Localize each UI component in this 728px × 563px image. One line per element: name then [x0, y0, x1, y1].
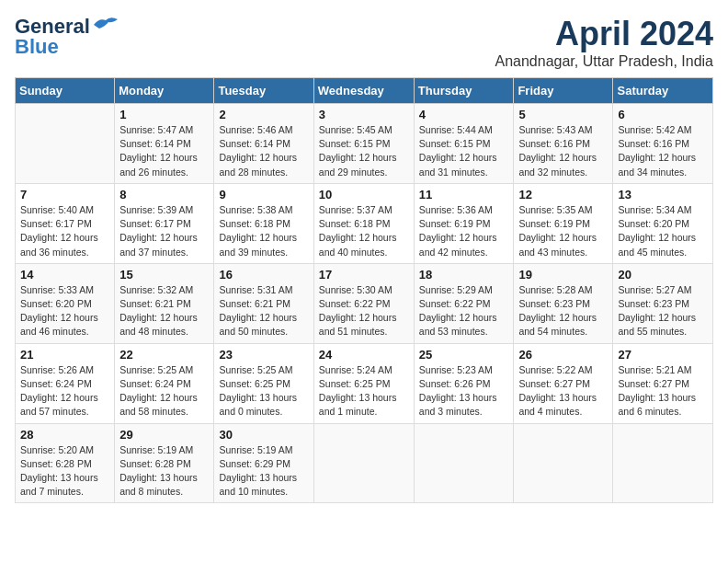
calendar-header-row: SundayMondayTuesdayWednesdayThursdayFrid… — [16, 78, 713, 104]
calendar-cell: 23Sunrise: 5:25 AM Sunset: 6:25 PM Dayli… — [214, 343, 313, 423]
calendar-week-4: 21Sunrise: 5:26 AM Sunset: 6:24 PM Dayli… — [16, 343, 713, 423]
calendar-week-5: 28Sunrise: 5:20 AM Sunset: 6:28 PM Dayli… — [16, 423, 713, 503]
calendar-cell: 24Sunrise: 5:24 AM Sunset: 6:25 PM Dayli… — [313, 343, 414, 423]
day-info: Sunrise: 5:45 AM Sunset: 6:15 PM Dayligh… — [319, 123, 409, 179]
day-info: Sunrise: 5:20 AM Sunset: 6:28 PM Dayligh… — [20, 443, 109, 500]
calendar-cell — [613, 423, 713, 503]
day-number: 17 — [319, 268, 409, 282]
page-header: General Blue April 2024 Anandnagar, Utta… — [15, 15, 713, 70]
calendar-cell: 25Sunrise: 5:23 AM Sunset: 6:26 PM Dayli… — [414, 343, 514, 423]
day-number: 2 — [219, 108, 308, 121]
calendar-cell: 14Sunrise: 5:33 AM Sunset: 6:20 PM Dayli… — [16, 263, 115, 343]
day-number: 13 — [618, 188, 708, 201]
calendar-cell — [414, 423, 514, 503]
day-info: Sunrise: 5:35 AM Sunset: 6:19 PM Dayligh… — [518, 203, 608, 259]
weekday-header-saturday: Saturday — [613, 78, 713, 104]
day-number: 6 — [618, 108, 708, 121]
day-info: Sunrise: 5:36 AM Sunset: 6:19 PM Dayligh… — [419, 203, 509, 259]
calendar-cell: 17Sunrise: 5:30 AM Sunset: 6:22 PM Dayli… — [313, 263, 414, 343]
day-info: Sunrise: 5:37 AM Sunset: 6:18 PM Dayligh… — [319, 203, 409, 259]
calendar-cell: 1Sunrise: 5:47 AM Sunset: 6:14 PM Daylig… — [115, 104, 214, 184]
day-number: 20 — [618, 268, 708, 282]
day-info: Sunrise: 5:26 AM Sunset: 6:24 PM Dayligh… — [20, 363, 109, 419]
day-number: 3 — [319, 108, 409, 121]
calendar-cell: 18Sunrise: 5:29 AM Sunset: 6:22 PM Dayli… — [414, 263, 514, 343]
calendar-cell: 10Sunrise: 5:37 AM Sunset: 6:18 PM Dayli… — [313, 183, 414, 263]
calendar-week-2: 7Sunrise: 5:40 AM Sunset: 6:17 PM Daylig… — [16, 183, 713, 263]
day-info: Sunrise: 5:46 AM Sunset: 6:14 PM Dayligh… — [219, 123, 308, 179]
day-number: 21 — [20, 348, 109, 362]
day-info: Sunrise: 5:22 AM Sunset: 6:27 PM Dayligh… — [518, 363, 608, 419]
day-number: 30 — [219, 428, 308, 442]
calendar-cell: 5Sunrise: 5:43 AM Sunset: 6:16 PM Daylig… — [514, 104, 613, 184]
calendar-cell: 26Sunrise: 5:22 AM Sunset: 6:27 PM Dayli… — [514, 343, 613, 423]
calendar-table: SundayMondayTuesdayWednesdayThursdayFrid… — [15, 77, 713, 503]
day-info: Sunrise: 5:38 AM Sunset: 6:18 PM Dayligh… — [219, 203, 308, 259]
day-info: Sunrise: 5:39 AM Sunset: 6:17 PM Dayligh… — [119, 203, 209, 259]
weekday-header-tuesday: Tuesday — [214, 78, 313, 104]
day-number: 26 — [518, 348, 608, 362]
day-number: 15 — [119, 268, 209, 282]
calendar-cell: 28Sunrise: 5:20 AM Sunset: 6:28 PM Dayli… — [16, 423, 115, 503]
calendar-cell: 6Sunrise: 5:42 AM Sunset: 6:16 PM Daylig… — [613, 104, 713, 184]
calendar-cell: 12Sunrise: 5:35 AM Sunset: 6:19 PM Dayli… — [514, 183, 613, 263]
calendar-cell: 29Sunrise: 5:19 AM Sunset: 6:28 PM Dayli… — [115, 423, 214, 503]
logo: General Blue — [15, 15, 119, 59]
day-number: 19 — [518, 268, 608, 282]
day-info: Sunrise: 5:19 AM Sunset: 6:28 PM Dayligh… — [119, 443, 209, 500]
calendar-cell: 19Sunrise: 5:28 AM Sunset: 6:23 PM Dayli… — [514, 263, 613, 343]
day-number: 18 — [419, 268, 509, 282]
day-number: 12 — [518, 188, 608, 201]
day-number: 28 — [20, 428, 109, 442]
day-info: Sunrise: 5:32 AM Sunset: 6:21 PM Dayligh… — [119, 283, 209, 339]
day-info: Sunrise: 5:25 AM Sunset: 6:24 PM Dayligh… — [119, 363, 209, 419]
calendar-cell: 9Sunrise: 5:38 AM Sunset: 6:18 PM Daylig… — [214, 183, 313, 263]
calendar-cell: 8Sunrise: 5:39 AM Sunset: 6:17 PM Daylig… — [115, 183, 214, 263]
day-info: Sunrise: 5:23 AM Sunset: 6:26 PM Dayligh… — [419, 363, 509, 419]
day-info: Sunrise: 5:31 AM Sunset: 6:21 PM Dayligh… — [219, 283, 308, 339]
day-info: Sunrise: 5:47 AM Sunset: 6:14 PM Dayligh… — [119, 123, 209, 179]
calendar-cell: 21Sunrise: 5:26 AM Sunset: 6:24 PM Dayli… — [16, 343, 115, 423]
day-info: Sunrise: 5:24 AM Sunset: 6:25 PM Dayligh… — [319, 363, 409, 419]
calendar-cell: 27Sunrise: 5:21 AM Sunset: 6:27 PM Dayli… — [613, 343, 713, 423]
calendar-cell: 22Sunrise: 5:25 AM Sunset: 6:24 PM Dayli… — [115, 343, 214, 423]
calendar-week-3: 14Sunrise: 5:33 AM Sunset: 6:20 PM Dayli… — [16, 263, 713, 343]
day-info: Sunrise: 5:30 AM Sunset: 6:22 PM Dayligh… — [319, 283, 409, 339]
day-number: 25 — [419, 348, 509, 362]
day-number: 7 — [20, 188, 109, 201]
day-info: Sunrise: 5:44 AM Sunset: 6:15 PM Dayligh… — [419, 123, 509, 179]
day-number: 4 — [419, 108, 509, 121]
day-info: Sunrise: 5:29 AM Sunset: 6:22 PM Dayligh… — [419, 283, 509, 339]
day-number: 11 — [419, 188, 509, 201]
day-number: 5 — [518, 108, 608, 121]
weekday-header-monday: Monday — [115, 78, 214, 104]
day-number: 1 — [119, 108, 209, 121]
day-info: Sunrise: 5:19 AM Sunset: 6:29 PM Dayligh… — [219, 443, 308, 500]
weekday-header-wednesday: Wednesday — [313, 78, 414, 104]
calendar-cell: 3Sunrise: 5:45 AM Sunset: 6:15 PM Daylig… — [313, 104, 414, 184]
calendar-cell: 7Sunrise: 5:40 AM Sunset: 6:17 PM Daylig… — [16, 183, 115, 263]
calendar-cell — [313, 423, 414, 503]
day-number: 9 — [219, 188, 308, 201]
day-info: Sunrise: 5:25 AM Sunset: 6:25 PM Dayligh… — [219, 363, 308, 419]
day-number: 29 — [119, 428, 209, 442]
location-title: Anandnagar, Uttar Pradesh, India — [495, 53, 714, 70]
calendar-cell — [16, 104, 115, 184]
day-info: Sunrise: 5:27 AM Sunset: 6:23 PM Dayligh… — [618, 283, 708, 339]
day-number: 16 — [219, 268, 308, 282]
day-number: 27 — [618, 348, 708, 362]
day-number: 23 — [219, 348, 308, 362]
weekday-header-sunday: Sunday — [16, 78, 115, 104]
calendar-cell: 4Sunrise: 5:44 AM Sunset: 6:15 PM Daylig… — [414, 104, 514, 184]
day-info: Sunrise: 5:33 AM Sunset: 6:20 PM Dayligh… — [20, 283, 109, 339]
day-number: 8 — [119, 188, 209, 201]
day-info: Sunrise: 5:34 AM Sunset: 6:20 PM Dayligh… — [618, 203, 708, 259]
day-number: 14 — [20, 268, 109, 282]
logo-blue-text: Blue — [15, 35, 59, 59]
month-title: April 2024 — [495, 15, 714, 53]
weekday-header-thursday: Thursday — [414, 78, 514, 104]
calendar-cell: 15Sunrise: 5:32 AM Sunset: 6:21 PM Dayli… — [115, 263, 214, 343]
calendar-cell: 16Sunrise: 5:31 AM Sunset: 6:21 PM Dayli… — [214, 263, 313, 343]
day-info: Sunrise: 5:43 AM Sunset: 6:16 PM Dayligh… — [518, 123, 608, 179]
calendar-cell: 13Sunrise: 5:34 AM Sunset: 6:20 PM Dayli… — [613, 183, 713, 263]
